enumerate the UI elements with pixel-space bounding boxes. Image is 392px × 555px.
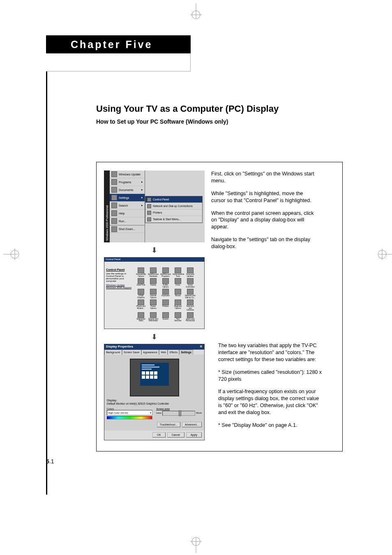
cp-icon: Phone and Modem... [136, 299, 146, 311]
cp-icon: Administrative Tools [173, 267, 183, 277]
dp-tab: Background [104, 350, 122, 355]
cp-icon: Mouse [173, 289, 183, 299]
cp-icon: Regional Options [173, 299, 183, 311]
page-number: 5.1 [46, 458, 54, 465]
start-menu-list: Windows Update Programs▸ Documents▸ Sett… [110, 170, 145, 242]
start-item-windows-update: Windows Update [110, 170, 145, 178]
dp-tab: Effects [168, 350, 179, 355]
page-title: Using Your TV as a Computer (PC) Display [96, 104, 343, 114]
settings-icon [111, 195, 117, 200]
crop-mark-right [375, 245, 392, 264]
dp-cancel-button: Cancel [167, 432, 184, 438]
cp-heading: Control Panel [106, 268, 134, 271]
cp-icon: Display [148, 278, 159, 288]
cp-icon-grid: Accessibility OptionsAdd/Remove Hardware… [136, 267, 203, 322]
instr2-p1: The two key variables that apply the TV-… [218, 342, 323, 363]
taskbar-icon [147, 217, 151, 221]
dp-titlebar: Display Properties ✕ [104, 344, 204, 350]
instr2-p3: If a vertical-frequency option exists on… [218, 388, 323, 416]
cp-icon: GSNB Graphics [136, 289, 146, 299]
shutdown-icon [111, 226, 117, 232]
run-icon [111, 218, 117, 224]
instr2-p2: * Size (sometimes called "resolution"): … [218, 369, 323, 383]
dp-advanced-button: Advanced... [182, 422, 202, 427]
instr-p3: When the control panel screen appears, c… [211, 210, 316, 231]
submenu-taskbar: Taskbar & Start Menu... [145, 216, 202, 223]
dropdown-icon: ▾ [150, 411, 151, 414]
instruction-box: Windows 2000 Professional Windows Update… [96, 162, 343, 451]
start-item-documents: Documents▸ [110, 186, 145, 194]
start-item-shutdown: Shut Down... [110, 225, 145, 233]
chapter-rule [46, 71, 47, 495]
start-item-settings: Settings▸ [110, 194, 145, 202]
screenshot-control-panel: Control Panel Control Panel Use the sett… [104, 257, 205, 329]
settings-submenu: Control Panel Network and Dial-up Connec… [145, 196, 203, 223]
cp-icon: Date/Time [136, 278, 146, 288]
dp-display-label: Display: [107, 399, 202, 402]
cp-icon: Folder Options [160, 278, 171, 288]
instr-p4: Navigate to the "settings" tab on the di… [211, 236, 316, 250]
instr2-p4: * See "Display Mode" on page A.1. [218, 422, 323, 429]
cp-icon: Users and Passwords [185, 312, 196, 322]
control-panel-icon [147, 198, 151, 202]
dp-troubleshoot-button: Troubleshoot... [157, 422, 180, 427]
chapter-header: Chapter Five [46, 35, 191, 71]
instr-p1: First, click on "Settings" on the Window… [211, 170, 316, 184]
cp-icon: Keyboard [160, 289, 171, 299]
instruction-text-bottom: The two key variables that apply the TV-… [218, 342, 323, 435]
network-icon [147, 204, 151, 208]
chapter-title: Chapter Five [46, 35, 191, 53]
dp-close-icon: ✕ [200, 345, 203, 349]
windows-update-icon [111, 171, 117, 177]
cp-icon: Text Services [173, 312, 183, 322]
start-item-search: Search▸ [110, 202, 145, 210]
crop-mark-bottom [187, 534, 205, 553]
printers-icon [147, 211, 151, 215]
dp-tab: Web [159, 350, 168, 355]
cp-link-support: Windows 2000 Support [106, 286, 134, 289]
programs-icon [111, 179, 117, 185]
cp-icon: Fonts [173, 278, 183, 288]
cp-desc: Use the settings in Control Panel to per… [106, 272, 134, 282]
dp-tab: Settings [179, 350, 193, 355]
cp-icon: Network and Dial-up Co... [185, 289, 196, 299]
start-menu-brand: Windows 2000 Professional [104, 170, 110, 242]
instruction-text-top: First, click on "Settings" on the Window… [211, 170, 316, 256]
arrow-down-icon: ⬇ [104, 246, 205, 255]
cp-icon: Automatic Updates [185, 267, 196, 277]
dp-tab: Screen Saver [122, 350, 141, 355]
cp-icon: Sounds and Multimedia [148, 312, 159, 322]
cp-icon: Printers [160, 299, 171, 311]
crop-mark-top [187, 3, 205, 22]
cp-icon: Scheduled Tasks [136, 312, 146, 322]
dp-area-less: Less [156, 412, 161, 414]
dp-area-more: More [196, 412, 202, 414]
cp-icon: Accessibility Options [136, 267, 146, 277]
dp-color-preview [107, 416, 152, 419]
dp-apply-button: Apply [186, 432, 202, 438]
search-icon [111, 203, 117, 208]
instr-p2: While "Settings" is highlighted, move th… [211, 190, 316, 204]
cp-left-panel: Control Panel Use the settings in Contro… [106, 268, 134, 289]
crop-mark-left [3, 245, 22, 264]
arrow-down-icon: ⬇ [104, 332, 205, 341]
dp-tab: Appearance [141, 350, 159, 355]
dp-display-value: Default Monitor on Intel(r) 82815 Graphi… [107, 402, 202, 405]
dp-area-slider [162, 411, 196, 416]
dp-panel: Display: Default Monitor on Intel(r) 828… [104, 355, 204, 431]
start-item-programs: Programs▸ [110, 178, 145, 186]
screenshot-display-properties: Display Properties ✕ BackgroundScreen Sa… [104, 344, 205, 440]
dp-monitor-preview [130, 359, 179, 396]
submenu-network: Network and Dial-up Connections [145, 203, 202, 210]
submenu-control-panel: Control Panel [145, 196, 202, 203]
cp-icon: Add/Remove Programs [160, 267, 171, 277]
dp-ok-button: OK [152, 432, 165, 438]
submenu-printers: Printers [145, 210, 202, 216]
page-subtitle: How to Set up Your PC Software (Windows … [96, 118, 343, 125]
cp-icon: Scanners and Cameras [185, 299, 196, 311]
documents-icon [111, 187, 117, 193]
cp-icon: Internet Options [148, 289, 159, 299]
help-icon [111, 210, 117, 216]
cp-icon: Add/Remove Hardware [148, 267, 159, 277]
start-item-run: Run... [110, 217, 145, 225]
